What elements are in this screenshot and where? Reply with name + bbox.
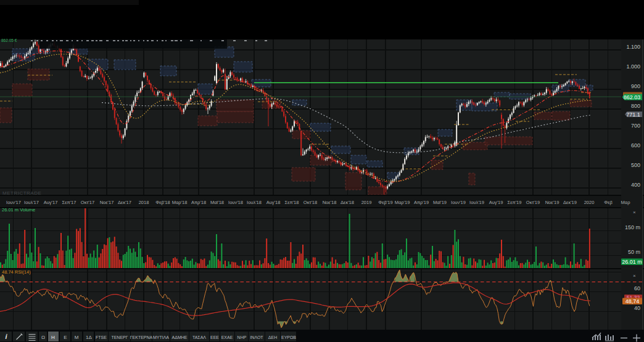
svg-text:60: 60 <box>634 285 640 291</box>
svg-text:Φεβ: Φεβ <box>604 200 613 205</box>
svg-text:Νοε'19: Νοε'19 <box>545 200 559 205</box>
svg-text:ΕΕΕ: ΕΕΕ <box>210 335 219 340</box>
svg-text:2020: 2020 <box>584 200 595 205</box>
svg-text:ΤΑΣΑΛ: ΤΑΣΑΛ <box>192 335 206 340</box>
svg-text:Απρ'19: Απρ'19 <box>414 200 429 205</box>
svg-text:Απρ'18: Απρ'18 <box>191 200 206 205</box>
svg-text:ΑΔΜΗΕ: ΑΔΜΗΕ <box>172 335 188 340</box>
svg-text:48,74: 48,74 <box>625 298 640 304</box>
svg-text:Μαρ: Μαρ <box>621 200 630 205</box>
svg-text:Αυγ'17: Αυγ'17 <box>44 200 58 205</box>
svg-text:Οκτ'19: Οκτ'19 <box>526 200 540 205</box>
svg-text:1Δ: 1Δ <box>86 335 92 340</box>
svg-text:26.01 m: 26.01 m <box>622 259 642 265</box>
svg-text:ΤΕΝΕΡΓ: ΤΕΝΕΡΓ <box>111 335 128 340</box>
svg-text:Μαϊ'19: Μαϊ'19 <box>433 200 447 205</box>
svg-text:Ιουλ'18: Ιουλ'18 <box>247 200 262 205</box>
svg-text:Αυγ'19: Αυγ'19 <box>489 200 503 205</box>
svg-text:Οκτ'17: Οκτ'17 <box>81 200 94 205</box>
svg-text:Νοε'18: Νοε'18 <box>323 200 337 205</box>
svg-text:600: 600 <box>631 142 640 149</box>
svg-text:Δεκ'19: Δεκ'19 <box>563 200 577 205</box>
svg-text:771.1: 771.1 <box>626 112 640 118</box>
svg-text:2018: 2018 <box>139 200 149 205</box>
svg-text:800: 800 <box>631 103 640 109</box>
svg-text:ΝΗΡ: ΝΗΡ <box>237 335 247 340</box>
svg-text:150 m: 150 m <box>625 224 640 230</box>
svg-text:ΙΝΛΟΤ: ΙΝΛΟΤ <box>250 335 263 340</box>
svg-text:50 m: 50 m <box>628 249 640 255</box>
svg-text:Ω: Ω <box>41 335 45 340</box>
svg-text:Μ: Μ <box>75 335 79 340</box>
svg-text:1.000: 1.000 <box>626 63 640 70</box>
svg-text:Φεβ'19: Φεβ'19 <box>378 200 392 205</box>
svg-text:48.74 RSI(14): 48.74 RSI(14) <box>2 269 31 275</box>
svg-text:Δεκ'18: Δεκ'18 <box>341 200 354 205</box>
svg-text:Ιουν'19: Ιουν'19 <box>451 200 466 205</box>
svg-text:700: 700 <box>631 123 640 129</box>
svg-text:ΔΕΗ: ΔΕΗ <box>268 335 277 340</box>
svg-text:Μαϊ'18: Μαϊ'18 <box>210 200 224 205</box>
svg-text:Ιουν'17: Ιουν'17 <box>6 200 21 205</box>
svg-text:1.100: 1.100 <box>626 44 640 50</box>
svg-text:500: 500 <box>631 162 640 168</box>
svg-text:862.05 €: 862.05 € <box>1 38 17 43</box>
svg-text:Σεπ'17: Σεπ'17 <box>62 200 76 205</box>
svg-text:Ιουν'18: Ιουν'18 <box>228 200 243 205</box>
svg-text:Η: Η <box>51 335 55 340</box>
svg-text:400: 400 <box>631 182 640 188</box>
svg-text:40: 40 <box>634 305 640 311</box>
svg-text:Σεπ'19: Σεπ'19 <box>508 200 522 205</box>
svg-text:ΓΕΚΤΕΡΝΑ: ΓΕΚΤΕΡΝΑ <box>130 335 153 340</box>
svg-text:Μαρ'19: Μαρ'19 <box>395 200 410 205</box>
svg-text:Οκτ'18: Οκτ'18 <box>303 200 317 205</box>
svg-text:2019: 2019 <box>361 200 372 205</box>
svg-text:Ιουλ'19: Ιουλ'19 <box>469 200 484 205</box>
svg-text:×: × <box>633 210 636 215</box>
svg-text:Ιουλ'17: Ιουλ'17 <box>24 200 39 205</box>
svg-text:Δεκ'17: Δεκ'17 <box>118 200 131 205</box>
svg-text:Νοε'17: Νοε'17 <box>100 200 114 205</box>
svg-text:862.03: 862.03 <box>624 94 641 100</box>
svg-text:Φεβ'18: Φεβ'18 <box>155 200 170 205</box>
svg-text:Αυγ'18: Αυγ'18 <box>266 200 281 205</box>
svg-text:ΜΥΤΙΛΑ: ΜΥΤΙΛΑ <box>153 335 169 340</box>
svg-text:Ε: Ε <box>64 335 67 340</box>
svg-text:900: 900 <box>631 83 640 89</box>
svg-text:ΕΥΡΩΒ: ΕΥΡΩΒ <box>281 335 296 340</box>
svg-text:Σεπ'18: Σεπ'18 <box>285 200 299 205</box>
svg-text:Μαρ'18: Μαρ'18 <box>172 200 188 205</box>
svg-text:ΕΧΑΕ: ΕΧΑΕ <box>221 335 233 340</box>
svg-text:FTSE: FTSE <box>96 335 107 340</box>
svg-text:×: × <box>633 273 636 279</box>
